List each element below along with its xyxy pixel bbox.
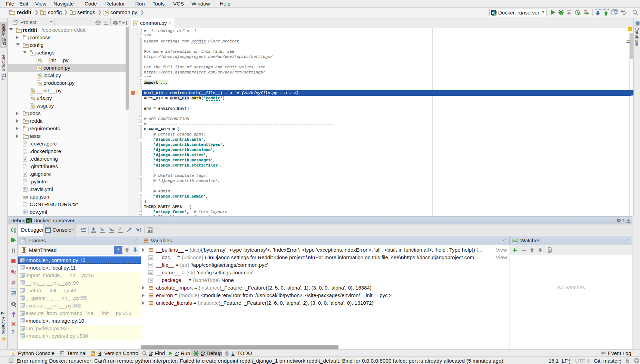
svg-text:s: s [23, 240, 25, 243]
svg-text:39: 39 [149, 271, 152, 274]
svg-text:s: s [22, 267, 24, 270]
svg-text:s: s [22, 290, 24, 293]
svg-text:39: 39 [149, 256, 152, 259]
svg-text:dj: dj [492, 11, 495, 15]
svg-text:s: s [22, 259, 24, 262]
svg-text:s: s [22, 335, 24, 338]
svg-text:s: s [22, 312, 24, 315]
svg-text:s: s [22, 320, 24, 323]
svg-text:s: s [22, 274, 24, 277]
svg-text:s: s [22, 305, 24, 308]
svg-text:dj: dj [27, 219, 31, 223]
svg-text:s: s [22, 327, 24, 331]
svg-text:39: 39 [149, 264, 152, 267]
svg-text:s: s [22, 297, 24, 300]
svg-text:JSON: JSON [23, 196, 28, 198]
svg-text:39: 39 [149, 279, 152, 282]
svg-text:s: s [22, 282, 24, 285]
